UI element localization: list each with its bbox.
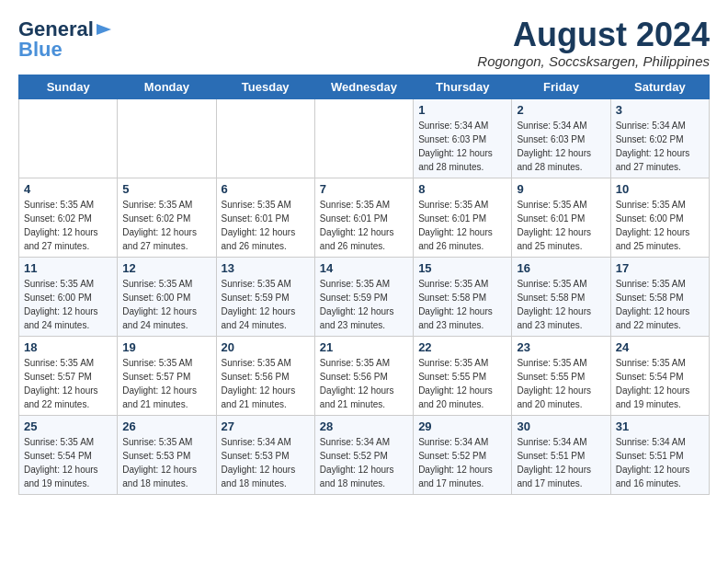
- day-number: 2: [517, 103, 605, 117]
- table-row: 25Sunrise: 5:35 AM Sunset: 5:54 PM Dayli…: [19, 415, 118, 494]
- day-number: 22: [418, 340, 506, 354]
- day-info: Sunrise: 5:35 AM Sunset: 5:58 PM Dayligh…: [517, 277, 605, 332]
- day-number: 29: [418, 419, 506, 433]
- day-number: 13: [222, 261, 310, 275]
- day-info: Sunrise: 5:35 AM Sunset: 6:00 PM Dayligh…: [24, 277, 112, 332]
- day-info: Sunrise: 5:34 AM Sunset: 5:53 PM Dayligh…: [222, 435, 310, 490]
- day-number: 4: [24, 182, 112, 196]
- col-monday: Monday: [118, 75, 216, 98]
- table-row: 13Sunrise: 5:35 AM Sunset: 5:59 PM Dayli…: [216, 257, 314, 336]
- calendar-week-row: 18Sunrise: 5:35 AM Sunset: 5:57 PM Dayli…: [19, 336, 710, 415]
- calendar-table: Sunday Monday Tuesday Wednesday Thursday…: [18, 75, 710, 495]
- table-row: 24Sunrise: 5:35 AM Sunset: 5:54 PM Dayli…: [610, 336, 709, 415]
- day-info: Sunrise: 5:35 AM Sunset: 5:58 PM Dayligh…: [616, 277, 704, 332]
- day-number: 30: [517, 419, 605, 433]
- table-row: 10Sunrise: 5:35 AM Sunset: 6:00 PM Dayli…: [610, 178, 709, 257]
- day-info: Sunrise: 5:34 AM Sunset: 6:03 PM Dayligh…: [517, 119, 605, 174]
- table-row: 26Sunrise: 5:35 AM Sunset: 5:53 PM Dayli…: [118, 415, 216, 494]
- calendar-week-row: 4Sunrise: 5:35 AM Sunset: 6:02 PM Daylig…: [19, 178, 710, 257]
- month-year-title: August 2024: [477, 17, 710, 53]
- day-number: 24: [616, 340, 704, 354]
- day-number: 17: [616, 261, 704, 275]
- day-number: 7: [320, 182, 408, 196]
- table-row: 30Sunrise: 5:34 AM Sunset: 5:51 PM Dayli…: [512, 415, 610, 494]
- day-info: Sunrise: 5:35 AM Sunset: 5:54 PM Dayligh…: [24, 435, 112, 490]
- day-number: 20: [222, 340, 310, 354]
- day-number: 9: [517, 182, 605, 196]
- table-row: 19Sunrise: 5:35 AM Sunset: 5:57 PM Dayli…: [118, 336, 216, 415]
- table-row: 16Sunrise: 5:35 AM Sunset: 5:58 PM Dayli…: [512, 257, 610, 336]
- table-row: [314, 98, 413, 178]
- table-row: 9Sunrise: 5:35 AM Sunset: 6:01 PM Daylig…: [512, 178, 610, 257]
- col-friday: Friday: [512, 75, 610, 98]
- day-info: Sunrise: 5:34 AM Sunset: 5:52 PM Dayligh…: [418, 435, 506, 490]
- header: General Blue August 2024 Rogongon, Soccs…: [18, 17, 710, 69]
- calendar-header-row: Sunday Monday Tuesday Wednesday Thursday…: [19, 75, 710, 98]
- day-info: Sunrise: 5:35 AM Sunset: 6:02 PM Dayligh…: [122, 198, 210, 253]
- table-row: 1Sunrise: 5:34 AM Sunset: 6:03 PM Daylig…: [414, 98, 512, 178]
- day-info: Sunrise: 5:35 AM Sunset: 5:55 PM Dayligh…: [418, 356, 506, 411]
- day-number: 5: [122, 182, 210, 196]
- table-row: 14Sunrise: 5:35 AM Sunset: 5:59 PM Dayli…: [314, 257, 413, 336]
- logo: General Blue: [18, 17, 115, 61]
- day-info: Sunrise: 5:34 AM Sunset: 6:02 PM Dayligh…: [616, 119, 704, 174]
- table-row: [216, 98, 314, 178]
- col-thursday: Thursday: [414, 75, 512, 98]
- day-number: 14: [320, 261, 408, 275]
- col-tuesday: Tuesday: [216, 75, 314, 98]
- table-row: 11Sunrise: 5:35 AM Sunset: 6:00 PM Dayli…: [19, 257, 118, 336]
- day-info: Sunrise: 5:35 AM Sunset: 5:56 PM Dayligh…: [320, 356, 408, 411]
- table-row: 27Sunrise: 5:34 AM Sunset: 5:53 PM Dayli…: [216, 415, 314, 494]
- day-info: Sunrise: 5:34 AM Sunset: 5:51 PM Dayligh…: [616, 435, 704, 490]
- table-row: 4Sunrise: 5:35 AM Sunset: 6:02 PM Daylig…: [19, 178, 118, 257]
- day-info: Sunrise: 5:34 AM Sunset: 5:51 PM Dayligh…: [517, 435, 605, 490]
- day-info: Sunrise: 5:35 AM Sunset: 6:00 PM Dayligh…: [122, 277, 210, 332]
- day-number: 31: [616, 419, 704, 433]
- table-row: 22Sunrise: 5:35 AM Sunset: 5:55 PM Dayli…: [414, 336, 512, 415]
- day-number: 6: [222, 182, 310, 196]
- table-row: 12Sunrise: 5:35 AM Sunset: 6:00 PM Dayli…: [118, 257, 216, 336]
- day-number: 23: [517, 340, 605, 354]
- day-number: 18: [24, 340, 112, 354]
- day-number: 3: [616, 103, 704, 117]
- table-row: 2Sunrise: 5:34 AM Sunset: 6:03 PM Daylig…: [512, 98, 610, 178]
- day-info: Sunrise: 5:35 AM Sunset: 5:54 PM Dayligh…: [616, 356, 704, 411]
- table-row: [118, 98, 216, 178]
- day-number: 28: [320, 419, 408, 433]
- table-row: 3Sunrise: 5:34 AM Sunset: 6:02 PM Daylig…: [610, 98, 709, 178]
- day-info: Sunrise: 5:35 AM Sunset: 5:56 PM Dayligh…: [222, 356, 310, 411]
- table-row: 6Sunrise: 5:35 AM Sunset: 6:01 PM Daylig…: [216, 178, 314, 257]
- table-row: [19, 98, 118, 178]
- table-row: 15Sunrise: 5:35 AM Sunset: 5:58 PM Dayli…: [414, 257, 512, 336]
- day-number: 8: [418, 182, 506, 196]
- day-number: 25: [24, 419, 112, 433]
- day-number: 27: [222, 419, 310, 433]
- table-row: 17Sunrise: 5:35 AM Sunset: 5:58 PM Dayli…: [610, 257, 709, 336]
- table-row: 23Sunrise: 5:35 AM Sunset: 5:55 PM Dayli…: [512, 336, 610, 415]
- day-info: Sunrise: 5:35 AM Sunset: 6:01 PM Dayligh…: [517, 198, 605, 253]
- day-number: 21: [320, 340, 408, 354]
- calendar-week-row: 25Sunrise: 5:35 AM Sunset: 5:54 PM Dayli…: [19, 415, 710, 494]
- day-info: Sunrise: 5:34 AM Sunset: 5:52 PM Dayligh…: [320, 435, 408, 490]
- day-info: Sunrise: 5:35 AM Sunset: 6:01 PM Dayligh…: [418, 198, 506, 253]
- day-info: Sunrise: 5:35 AM Sunset: 6:02 PM Dayligh…: [24, 198, 112, 253]
- day-number: 15: [418, 261, 506, 275]
- table-row: 20Sunrise: 5:35 AM Sunset: 5:56 PM Dayli…: [216, 336, 314, 415]
- col-sunday: Sunday: [19, 75, 118, 98]
- location-subtitle: Rogongon, Soccsksargen, Philippines: [477, 53, 710, 69]
- day-info: Sunrise: 5:35 AM Sunset: 5:58 PM Dayligh…: [418, 277, 506, 332]
- logo-text-blue: Blue: [18, 39, 63, 61]
- table-row: 18Sunrise: 5:35 AM Sunset: 5:57 PM Dayli…: [19, 336, 118, 415]
- table-row: 7Sunrise: 5:35 AM Sunset: 6:01 PM Daylig…: [314, 178, 413, 257]
- day-info: Sunrise: 5:34 AM Sunset: 6:03 PM Dayligh…: [418, 119, 506, 174]
- calendar-week-row: 1Sunrise: 5:34 AM Sunset: 6:03 PM Daylig…: [19, 98, 710, 178]
- day-number: 16: [517, 261, 605, 275]
- day-number: 26: [122, 419, 210, 433]
- col-wednesday: Wednesday: [314, 75, 413, 98]
- day-info: Sunrise: 5:35 AM Sunset: 5:53 PM Dayligh…: [122, 435, 210, 490]
- table-row: 28Sunrise: 5:34 AM Sunset: 5:52 PM Dayli…: [314, 415, 413, 494]
- day-info: Sunrise: 5:35 AM Sunset: 5:57 PM Dayligh…: [122, 356, 210, 411]
- svg-marker-0: [97, 24, 111, 35]
- page: General Blue August 2024 Rogongon, Soccs…: [0, 0, 728, 511]
- col-saturday: Saturday: [610, 75, 709, 98]
